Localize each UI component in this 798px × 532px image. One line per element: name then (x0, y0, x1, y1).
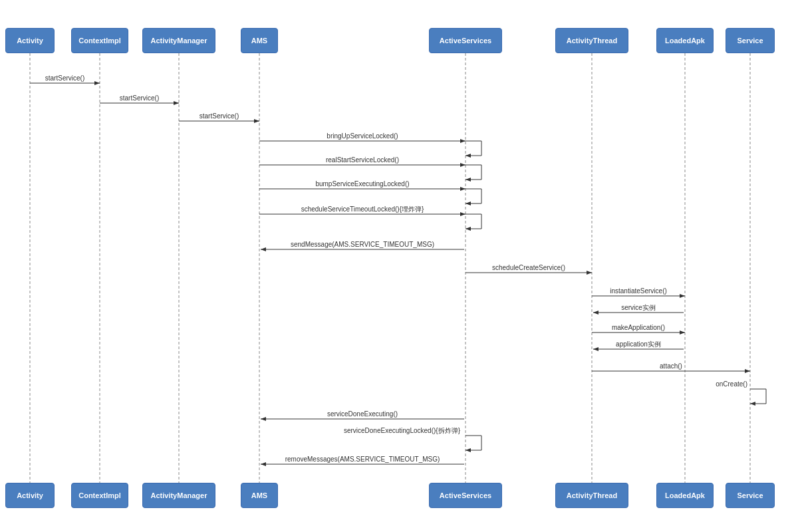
diagram-container: startService()startService()startService… (0, 0, 798, 532)
svg-text:makeApplication(): makeApplication() (612, 324, 665, 331)
actor-bottom-activity: Activity (5, 483, 55, 508)
svg-text:removeMessages(AMS.SERVICE_TIM: removeMessages(AMS.SERVICE_TIMEOUT_MSG) (285, 456, 440, 463)
svg-text:application实例: application实例 (616, 340, 661, 348)
actor-top-loadedapk: LoadedApk (656, 28, 714, 53)
svg-text:startService(): startService() (120, 94, 159, 102)
actor-bottom-activitythread: ActivityThread (555, 483, 628, 508)
actor-top-ams: AMS (241, 28, 278, 53)
svg-text:startService(): startService() (200, 112, 239, 120)
svg-text:onCreate(): onCreate() (716, 380, 747, 388)
svg-text:scheduleServiceTimeoutLocked(): scheduleServiceTimeoutLocked(){埋炸弹} (301, 205, 424, 213)
svg-text:serviceDoneExecutingLocked(){拆: serviceDoneExecutingLocked(){拆炸弹} (344, 427, 461, 434)
svg-text:service实例: service实例 (621, 304, 656, 311)
actor-bottom-activeservices: ActiveServices (429, 483, 502, 508)
actor-top-service: Service (726, 28, 775, 53)
actor-bottom-loadedapk: LoadedApk (656, 483, 714, 508)
actor-top-activity: Activity (5, 28, 55, 53)
actor-top-activitythread: ActivityThread (555, 28, 628, 53)
actor-bottom-contextimpl: ContextImpl (71, 483, 128, 508)
svg-text:startService(): startService() (45, 74, 84, 82)
svg-text:serviceDoneExecuting(): serviceDoneExecuting() (327, 410, 398, 418)
actor-bottom-service: Service (726, 483, 775, 508)
svg-text:bringUpServiceLocked(): bringUpServiceLocked() (327, 132, 398, 140)
actor-top-activitymanager: ActivityManager (142, 28, 215, 53)
svg-text:realStartServiceLocked(): realStartServiceLocked() (326, 156, 399, 164)
svg-text:attach(): attach() (660, 362, 682, 370)
svg-text:bumpServiceExecutingLocked(): bumpServiceExecutingLocked() (315, 180, 409, 188)
svg-text:sendMessage(AMS.SERVICE_TIMEOU: sendMessage(AMS.SERVICE_TIMEOUT_MSG) (291, 241, 434, 248)
diagram-title (0, 0, 798, 8)
actor-bottom-ams: AMS (241, 483, 278, 508)
actor-top-contextimpl: ContextImpl (71, 28, 128, 53)
actor-bottom-activitymanager: ActivityManager (142, 483, 215, 508)
svg-text:scheduleCreateService(): scheduleCreateService() (492, 264, 565, 271)
svg-text:instantiateService(): instantiateService() (610, 287, 667, 295)
actor-top-activeservices: ActiveServices (429, 28, 502, 53)
